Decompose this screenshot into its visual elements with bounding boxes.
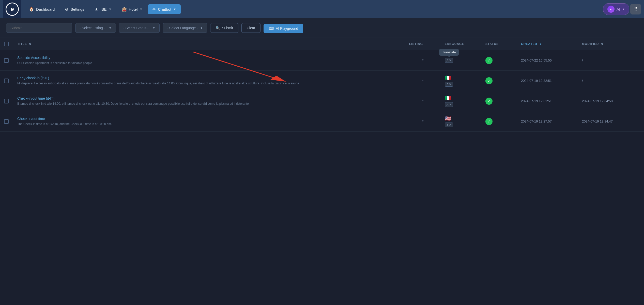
clear-button[interactable]: Clear: [241, 23, 260, 33]
logo-box[interactable]: e: [3, 0, 21, 18]
th-listing: LISTING: [405, 42, 441, 46]
submit-button[interactable]: 🔍 Submit: [210, 23, 238, 33]
select-all-cell[interactable]: [0, 42, 13, 46]
filter-bar: - Select Listing - ▼ - Select Status - ▼…: [0, 18, 644, 38]
row3-created: 2024-07-19 12:31:51: [517, 99, 578, 103]
row3-checkbox[interactable]: [4, 99, 9, 103]
row2-listing: *: [405, 79, 441, 83]
row3-translate-badge[interactable]: A ✕: [445, 102, 453, 107]
nav-settings[interactable]: ⚙ Settings: [60, 4, 89, 14]
row2-description: Mi dispiace, l'accesso anticipato alla s…: [17, 82, 299, 85]
nav-dashboard[interactable]: 🏠 Dashboard: [24, 4, 59, 14]
title-sort-icon: ⇅: [29, 43, 31, 45]
row4-status-active: ✓: [485, 118, 493, 125]
table-row: Seaside Accessibility Our Seaside Apartm…: [0, 50, 644, 71]
row2-title-cell: Early check-in (it-IT) Mi dispiace, l'ac…: [13, 76, 405, 86]
search-input[interactable]: [6, 23, 72, 33]
row3-language-cell: 🇮🇹 A ✕: [441, 95, 481, 107]
ibe-icon: ▲: [95, 7, 99, 11]
keyboard-icon: ⌨: [269, 26, 274, 30]
row4-modified: 2024-07-19 12:34:47: [578, 119, 644, 123]
table-row: Early check-in (it-IT) Mi dispiace, l'ac…: [0, 71, 644, 91]
status-select[interactable]: - Select Status - ▼: [119, 23, 160, 33]
hotel-icon: 🏨: [122, 7, 127, 12]
nav-ibe[interactable]: ▲ IBE ▼: [90, 4, 116, 14]
row2-flag: 🇮🇹: [445, 75, 477, 81]
settings-icon: ⚙: [65, 7, 68, 12]
row1-title-link[interactable]: Seaside Accessibility: [17, 56, 401, 60]
translate-x-icon: ✕: [449, 59, 451, 62]
translate-x-icon: ✕: [449, 103, 451, 106]
row1-status-active: ✓: [485, 57, 493, 64]
row4-created: 2024-07-19 12:27:57: [517, 119, 578, 123]
row1-checkbox[interactable]: [4, 58, 9, 63]
row1-translate-badge[interactable]: A ✕: [445, 58, 453, 63]
row3-status-active: ✓: [485, 98, 493, 105]
row4-title-link[interactable]: Check-in/out time: [17, 117, 401, 121]
translate-a-icon: A: [447, 103, 448, 106]
nav-chatbot-label: Chatbot: [158, 7, 171, 11]
row3-flag: 🇮🇹: [445, 95, 477, 101]
row4-status-cell: ✓: [481, 118, 517, 125]
row2-status-active: ✓: [485, 77, 493, 84]
row4-checkbox-cell[interactable]: [0, 119, 13, 124]
row2-translate-badge[interactable]: A ✕: [445, 82, 453, 87]
row1-title-cell: Seaside Accessibility Our Seaside Apartm…: [13, 56, 405, 65]
row1-translate-cell: Translate A ✕: [445, 58, 453, 63]
th-created[interactable]: CREATED ▼: [517, 42, 578, 46]
row3-status-cell: ✓: [481, 98, 517, 105]
ibe-caret-icon: ▼: [109, 8, 112, 11]
top-navigation: e 🏠 Dashboard ⚙ Settings ▲ IBE ▼ 🏨 Hotel…: [0, 0, 644, 18]
row2-modified: /: [578, 79, 644, 83]
row1-checkbox-cell[interactable]: [0, 58, 13, 63]
nav-ai[interactable]: ✦ AI ▼: [603, 3, 629, 15]
dashboard-icon: 🏠: [29, 7, 34, 12]
nav-hotel[interactable]: 🏨 Hotel ▼: [117, 4, 147, 14]
select-all-checkbox[interactable]: [4, 42, 9, 46]
translate-a-icon: A: [447, 124, 448, 127]
row2-created: 2024-07-19 12:32:51: [517, 79, 578, 83]
status-select-label: - Select Status -: [123, 26, 149, 30]
translate-a-icon: A: [447, 83, 448, 86]
status-caret-icon: ▼: [152, 26, 155, 29]
content-table: TITLE ⇅ LISTING LANGUAGE STATUS CREATED …: [0, 38, 644, 132]
ai-playground-button[interactable]: ⌨ AI Playground: [264, 24, 303, 33]
translate-a-icon: A: [447, 59, 448, 62]
row4-translate-badge[interactable]: A ✕: [445, 123, 453, 127]
row2-status-cell: ✓: [481, 77, 517, 84]
row1-description: Our Seaside Apartment is accessible for …: [17, 61, 92, 65]
row3-listing: *: [405, 99, 441, 103]
row4-listing: *: [405, 119, 441, 123]
search-icon: 🔍: [216, 26, 220, 30]
nav-chatbot[interactable]: ✏ Chatbot ▼: [148, 4, 180, 14]
created-sort-icon: ▼: [539, 43, 542, 45]
th-title[interactable]: TITLE ⇅: [13, 42, 405, 46]
row3-checkbox-cell[interactable]: [0, 99, 13, 103]
row2-title-link[interactable]: Early check-in (it-IT): [17, 76, 401, 80]
ai-avatar: ✦: [607, 6, 615, 13]
language-select[interactable]: - Select Language - ▼: [163, 23, 207, 33]
row1-created: 2024-07-22 15:55:55: [517, 58, 578, 62]
table-row: Check-in/out time (it-IT) Il tempo di ch…: [0, 91, 644, 111]
row1-language-cell: Translate A ✕: [441, 58, 481, 63]
listing-select[interactable]: - Select Listing - ▼: [75, 23, 116, 33]
row1-status-cell: ✓: [481, 57, 517, 64]
nav-hotel-label: Hotel: [129, 7, 138, 11]
chatbot-icon: ✏: [152, 7, 156, 12]
row2-checkbox[interactable]: [4, 79, 9, 83]
row4-language-cell: 🇺🇸 A ✕: [441, 115, 481, 127]
nav-grid-button[interactable]: ⠿: [630, 4, 641, 14]
hotel-caret-icon: ▼: [140, 8, 143, 11]
table-header: TITLE ⇅ LISTING LANGUAGE STATUS CREATED …: [0, 38, 644, 50]
table-row: Check-in/out time The Check-in time is a…: [0, 111, 644, 132]
row2-checkbox-cell[interactable]: [0, 79, 13, 83]
row1-modified: /: [578, 58, 644, 62]
nav-ai-label: AI: [617, 7, 620, 11]
row4-checkbox[interactable]: [4, 119, 9, 124]
chatbot-caret-icon: ▼: [173, 8, 176, 11]
modified-sort-icon: ⇅: [601, 43, 603, 45]
row3-title-link[interactable]: Check-in/out time (it-IT): [17, 96, 401, 100]
translate-x-icon: ✕: [449, 123, 451, 127]
th-modified[interactable]: MODIFIED ⇅: [578, 42, 644, 46]
th-language: LANGUAGE: [441, 42, 481, 46]
